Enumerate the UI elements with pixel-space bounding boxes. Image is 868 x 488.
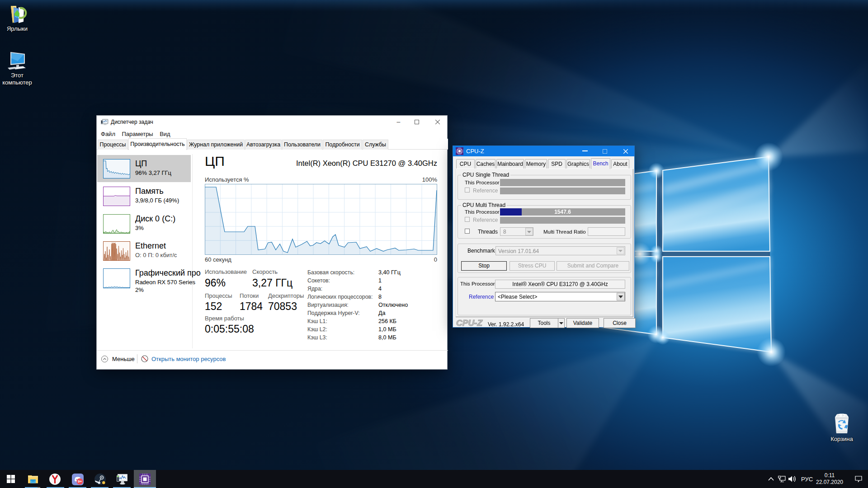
svg-text:9+: 9+ bbox=[78, 479, 82, 483]
